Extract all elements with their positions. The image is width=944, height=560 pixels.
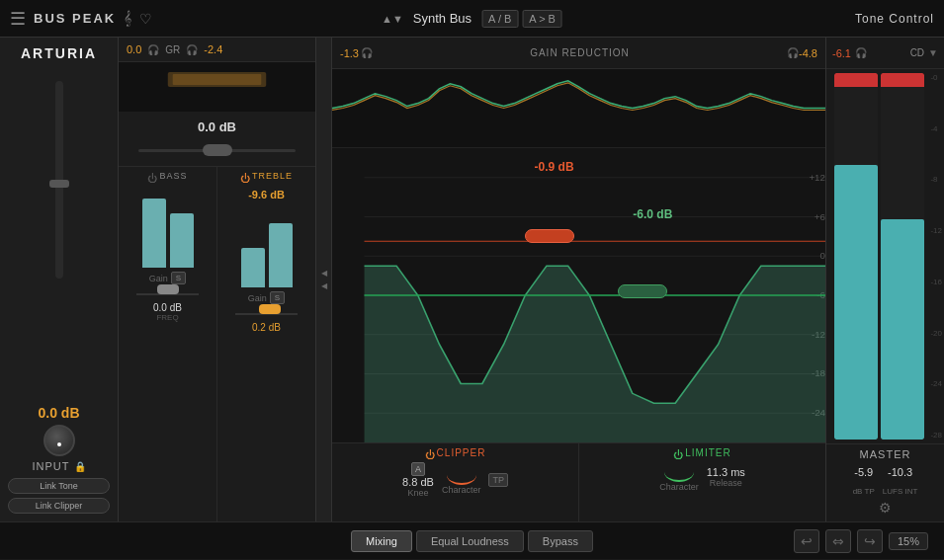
clipper-knee-value: 8.8 dB — [402, 476, 434, 488]
tab-equal-loudness[interactable]: Equal Loudness — [416, 530, 524, 552]
tab-bypass[interactable]: Bypass — [528, 530, 593, 552]
main-graph-area: +12 +6 0 -6 -12 -18 -24 -0.9 dB — [332, 148, 825, 442]
svg-text:+6: +6 — [815, 212, 825, 222]
master-meter-right-fill — [881, 219, 924, 440]
bass-fader-sm-thumb[interactable] — [157, 284, 179, 294]
clipper-power-icon[interactable]: ⏻ — [425, 449, 435, 460]
r-grid-4: -4 — [930, 124, 942, 133]
bt-headphone2-icon[interactable]: 🎧 — [186, 44, 198, 55]
bt-top-row: 0.0 🎧 GR 🎧 -2.4 — [119, 38, 315, 62]
menu-icon[interactable]: ☰ — [10, 8, 26, 30]
bt-headphone-icon[interactable]: 🎧 — [147, 44, 159, 55]
master-headphone-icon[interactable]: 🎧 — [855, 47, 867, 58]
link-clipper-button[interactable]: Link Clipper — [8, 498, 110, 514]
bass-fader-thumb[interactable] — [203, 144, 232, 156]
limiter-db-label: -6.0 dB — [633, 207, 672, 221]
playlist-icon[interactable]: 𝄞 — [124, 10, 131, 27]
clipper-character-col: Character — [442, 465, 481, 495]
center-right-value: -4.8 — [799, 47, 817, 59]
a-badge[interactable]: A — [411, 462, 425, 476]
master-unit-right: LUFS INT — [883, 487, 918, 496]
treble-gain-value: 0.2 dB — [252, 322, 281, 333]
input-fader-thumb[interactable] — [49, 180, 69, 188]
master-expand-arrow[interactable]: ▼ — [928, 47, 938, 58]
master-top-value: -6.1 — [832, 47, 851, 59]
input-knob[interactable] — [43, 425, 75, 456]
collapse-button[interactable]: ◀ ◀ — [316, 38, 332, 521]
center-headphone2-icon[interactable]: 🎧 — [787, 47, 799, 58]
collapse-left-arrow: ◀ — [321, 269, 327, 278]
tp-badge[interactable]: TP — [488, 473, 508, 487]
link-tone-button[interactable]: Link Tone — [8, 478, 110, 494]
limiter-threshold-handle[interactable] — [618, 284, 667, 298]
clipper-threshold-handle[interactable] — [525, 229, 574, 243]
limiter-release-label: Release — [710, 478, 742, 488]
limiter-section: ⏻ LIMITER Character 11.3 ms Release — [579, 443, 825, 521]
master-meter-left-fill — [834, 165, 878, 440]
compare-button[interactable]: ⇔ — [825, 529, 851, 553]
treble-power-icon[interactable]: ⏻ — [240, 173, 250, 184]
master-meters: -0 -4 -8 -12 -16 -20 -24 -28 — [826, 69, 944, 443]
master-output-format[interactable]: CD — [910, 47, 924, 58]
zoom-display[interactable]: 15% — [889, 532, 928, 550]
input-db-value: 0.0 dB — [33, 405, 86, 421]
center-headphone-icon[interactable]: 🎧 — [361, 47, 373, 58]
limiter-params: Character 11.3 ms Release — [583, 462, 821, 492]
limiter-character-icon[interactable] — [664, 462, 694, 482]
limiter-power-icon[interactable]: ⏻ — [673, 449, 683, 460]
bass-label: BASS — [159, 171, 187, 181]
gear-icon[interactable]: ⚙ — [834, 498, 936, 518]
treble-gain-label: Gain — [248, 293, 267, 303]
bass-power-icon[interactable]: ⏻ — [147, 173, 157, 184]
clipper-character-icon[interactable] — [447, 465, 476, 485]
bass-gain-label: Gain — [149, 274, 168, 283]
center-panel: -1.3 🎧 GAIN REDUCTION 🎧 -4.8 — [332, 38, 825, 521]
tone-control-button[interactable]: Tone Control — [855, 12, 934, 26]
treble-small-fader — [235, 308, 299, 320]
treble-s-badge[interactable]: S — [270, 291, 285, 304]
undo-button[interactable]: ↩ — [794, 529, 819, 553]
ab-copy-button[interactable]: A > B — [522, 10, 562, 28]
left-panel: ARTURIA 0.0 dB INPUT 🔒 Link Tone Link Cl… — [0, 38, 119, 521]
r-grid-12: -12 — [930, 226, 942, 235]
center-top-bar: -1.3 🎧 GAIN REDUCTION 🎧 -4.8 — [332, 38, 825, 69]
master-label-area: MASTER -5.9 dB TP -10.3 LUFS INT ⚙ — [826, 443, 944, 521]
limiter-character-label: Character — [659, 482, 699, 492]
input-fader-track — [55, 81, 63, 279]
bass-freq-bars — [142, 189, 194, 268]
clipper-character-label: Character — [442, 485, 481, 495]
clipper-section: ⏻ CLIPPER A 8.8 dB Knee Character TP — [332, 443, 579, 521]
limiter-label: LIMITER — [685, 447, 730, 458]
svg-text:+12: +12 — [809, 173, 825, 183]
clipper-db-label: -0.9 dB — [535, 160, 574, 174]
tab-mixing[interactable]: Mixing — [351, 530, 412, 552]
bt-top-value: 0.0 — [127, 43, 141, 55]
master-db-right: -10.3 — [888, 466, 912, 478]
bass-s-badge[interactable]: S — [171, 272, 186, 284]
lock-icon[interactable]: 🔒 — [74, 461, 86, 472]
preset-arrows[interactable]: ▲▼ — [382, 13, 403, 25]
preset-name: Synth Bus — [413, 11, 472, 26]
treble-bar-2 — [269, 223, 293, 287]
svg-rect-2 — [173, 74, 262, 85]
treble-fader-sm-thumb[interactable] — [259, 304, 281, 314]
bt-top-right-value: -2.4 — [204, 43, 222, 55]
treble-col: ⏻ TREBLE -9.6 dB Gain S 0.2 dB — [217, 167, 315, 521]
svg-text:0: 0 — [820, 252, 825, 262]
clipper-label: CLIPPER — [437, 447, 486, 458]
favorite-icon[interactable]: ♡ — [139, 11, 152, 27]
bass-bar-2 — [170, 213, 194, 268]
bass-gain-value: 0.0 dB — [153, 302, 182, 313]
top-bar-center: ▲▼ Synth Bus A / B A > B — [382, 10, 562, 28]
top-bar: ☰ BUS PEAK 𝄞 ♡ ▲▼ Synth Bus A / B A > B … — [0, 0, 944, 38]
master-meter-left-clip — [834, 73, 878, 87]
redo-button[interactable]: ↪ — [857, 529, 883, 553]
collapse-right-arrow: ◀ — [321, 281, 327, 290]
bass-treble-panel: 0.0 🎧 GR 🎧 -2.4 0.0 dB — [119, 38, 316, 521]
ab-compare-button[interactable]: A / B — [481, 10, 518, 28]
r-grid-16: -16 — [930, 278, 942, 286]
r-grid-24: -24 — [930, 379, 942, 388]
bass-treble-controls: ⏻ BASS Gain S 0.0 dB FREQ — [119, 166, 315, 521]
master-db-left: -5.9 — [854, 466, 873, 478]
master-unit-left: dB TP — [853, 487, 875, 496]
